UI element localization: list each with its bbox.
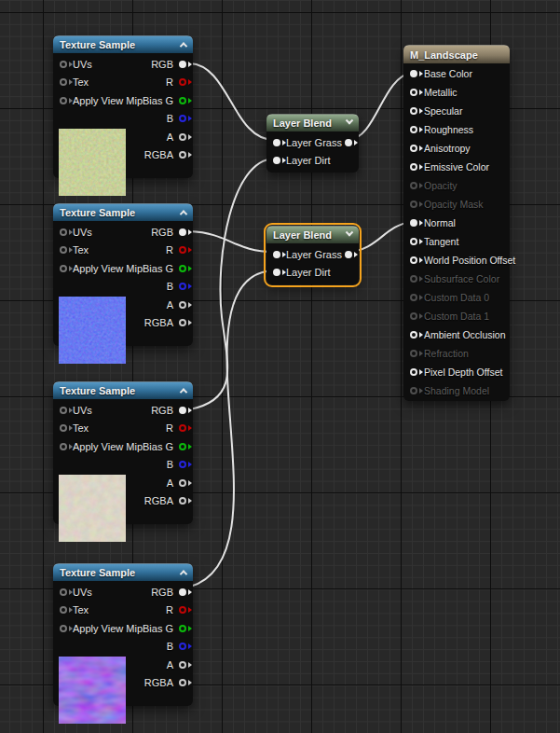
node-layer-blend-1[interactable]: Layer Blend Layer Grass Layer Dirt bbox=[266, 114, 359, 173]
output-pin-g[interactable] bbox=[179, 265, 186, 272]
input-pin[interactable] bbox=[410, 145, 417, 152]
wire-grassnormal-rgb-to-blend2[interactable] bbox=[190, 231, 274, 252]
chevron-up-icon[interactable] bbox=[180, 570, 187, 577]
output-pin-rgb[interactable] bbox=[179, 588, 186, 596]
input-pin-disabled bbox=[410, 275, 417, 283]
node-body: Layer Grass Layer Dirt bbox=[266, 131, 359, 170]
node-m-landscape[interactable]: M_Landscape Base Color Metallic Specular… bbox=[403, 45, 510, 401]
pin-label: Emissive Color bbox=[424, 161, 489, 173]
output-pin-rgb[interactable] bbox=[179, 407, 186, 414]
input-pin[interactable] bbox=[410, 238, 417, 245]
output-pin-g[interactable] bbox=[179, 443, 186, 450]
node-header[interactable]: Texture Sample bbox=[53, 35, 193, 53]
input-pin[interactable] bbox=[410, 368, 417, 376]
input-pin[interactable] bbox=[410, 126, 417, 133]
pin-row-world-position-offset: World Position Offset bbox=[410, 251, 510, 270]
pin-label: RGBA bbox=[144, 677, 173, 688]
input-pin[interactable] bbox=[60, 588, 67, 596]
chevron-down-icon[interactable] bbox=[346, 228, 353, 236]
pin-label: UVs bbox=[73, 405, 92, 416]
node-texture-sample-4[interactable]: Texture Sample UVs Tex Apply View MipBia… bbox=[53, 563, 193, 706]
output-pin-b[interactable] bbox=[179, 283, 186, 290]
node-header[interactable]: M_Landscape bbox=[403, 45, 510, 63]
node-layer-blend-2[interactable]: Layer Blend Layer Grass Layer Dirt bbox=[266, 226, 359, 284]
wire-dirtnormal-rgb-to-blend2[interactable] bbox=[190, 270, 274, 587]
input-pin[interactable] bbox=[410, 107, 417, 115]
wire-grass-rgb-to-blend1[interactable] bbox=[190, 63, 274, 140]
output-pin-rgba[interactable] bbox=[179, 679, 186, 686]
node-header[interactable]: Texture Sample bbox=[53, 381, 193, 399]
input-pin[interactable] bbox=[60, 443, 67, 450]
output-pin-a[interactable] bbox=[179, 661, 186, 669]
output-pin-g[interactable] bbox=[179, 97, 186, 104]
output-pin-rgb[interactable] bbox=[179, 61, 186, 68]
node-header[interactable]: Layer Blend bbox=[266, 114, 359, 131]
pin-label: R bbox=[166, 604, 173, 615]
output-pin-rgba[interactable] bbox=[179, 319, 186, 326]
pin-label: Tangent bbox=[424, 236, 458, 247]
input-pin-layer-grass[interactable] bbox=[273, 251, 280, 258]
pin-label: Layer Grass bbox=[286, 249, 342, 260]
input-pin-disabled bbox=[410, 182, 417, 189]
input-pin-layer-dirt[interactable] bbox=[273, 157, 280, 164]
chevron-up-icon[interactable] bbox=[180, 210, 187, 217]
input-pin[interactable] bbox=[60, 424, 67, 432]
pin-row-r: R bbox=[166, 242, 186, 260]
input-pin[interactable] bbox=[410, 89, 417, 96]
pin-row-g: G bbox=[165, 91, 186, 110]
material-graph-canvas[interactable]: Texture Sample UVs Tex Apply View MipBia… bbox=[0, 0, 560, 733]
input-pin[interactable] bbox=[60, 78, 67, 86]
output-pin-rgb[interactable] bbox=[179, 228, 186, 236]
pin-label: B bbox=[167, 641, 173, 652]
input-pin[interactable] bbox=[410, 219, 417, 227]
pin-row-emissive-color: Emissive Color bbox=[410, 158, 510, 176]
chevron-up-icon[interactable] bbox=[180, 388, 187, 395]
input-pin[interactable] bbox=[410, 70, 417, 77]
pin-row-rgba: RGBA bbox=[144, 146, 186, 165]
input-pin[interactable] bbox=[60, 61, 67, 68]
output-pin-a[interactable] bbox=[179, 301, 186, 309]
output-pin-rgba[interactable] bbox=[179, 497, 186, 505]
input-pin[interactable] bbox=[60, 228, 67, 236]
pin-row-ambient-occlusion: Ambient Occlusion bbox=[410, 325, 510, 344]
output-pin-a[interactable] bbox=[179, 133, 186, 141]
output-pin[interactable] bbox=[345, 139, 352, 146]
input-pin[interactable] bbox=[60, 606, 67, 614]
input-pin[interactable] bbox=[60, 625, 67, 632]
pin-row-b: B bbox=[167, 278, 186, 297]
pin-row-tangent: Tangent bbox=[410, 232, 510, 251]
output-pin-g[interactable] bbox=[179, 625, 186, 632]
output-pin-b[interactable] bbox=[179, 461, 186, 468]
output-pin-rgba[interactable] bbox=[179, 151, 186, 159]
input-pin[interactable] bbox=[60, 246, 67, 254]
pin-label: A bbox=[167, 131, 173, 143]
pin-label: B bbox=[167, 113, 173, 124]
node-header[interactable]: Texture Sample bbox=[53, 203, 193, 221]
input-pin-layer-grass[interactable] bbox=[273, 139, 280, 146]
output-pin-r[interactable] bbox=[179, 606, 186, 614]
pin-row-output bbox=[345, 133, 352, 152]
output-pin-r[interactable] bbox=[179, 78, 186, 86]
node-texture-sample-3[interactable]: Texture Sample UVs Tex Apply View MipBia… bbox=[53, 381, 193, 524]
wire-dirt-rgb-to-blend1[interactable] bbox=[190, 159, 274, 409]
output-pin[interactable] bbox=[345, 251, 352, 258]
output-pin-b[interactable] bbox=[179, 115, 186, 122]
output-pin-b[interactable] bbox=[179, 643, 186, 650]
chevron-up-icon[interactable] bbox=[180, 42, 187, 49]
input-pin[interactable] bbox=[410, 331, 417, 339]
input-pin[interactable] bbox=[410, 256, 417, 264]
node-texture-sample-1[interactable]: Texture Sample UVs Tex Apply View MipBia… bbox=[53, 35, 193, 178]
node-header[interactable]: Texture Sample bbox=[53, 563, 193, 581]
output-pin-r[interactable] bbox=[179, 246, 186, 254]
node-texture-sample-2[interactable]: Texture Sample UVs Tex Apply View MipBia… bbox=[53, 203, 193, 346]
output-pin-r[interactable] bbox=[179, 424, 186, 432]
input-pin[interactable] bbox=[410, 163, 417, 171]
input-pin[interactable] bbox=[60, 265, 67, 272]
input-pin-layer-dirt[interactable] bbox=[273, 269, 280, 276]
node-header[interactable]: Layer Blend bbox=[266, 226, 359, 243]
chevron-down-icon[interactable] bbox=[346, 117, 353, 124]
input-pin[interactable] bbox=[60, 97, 67, 104]
input-pin[interactable] bbox=[60, 407, 67, 414]
pin-label: Normal bbox=[424, 217, 456, 228]
output-pin-a[interactable] bbox=[179, 479, 186, 487]
